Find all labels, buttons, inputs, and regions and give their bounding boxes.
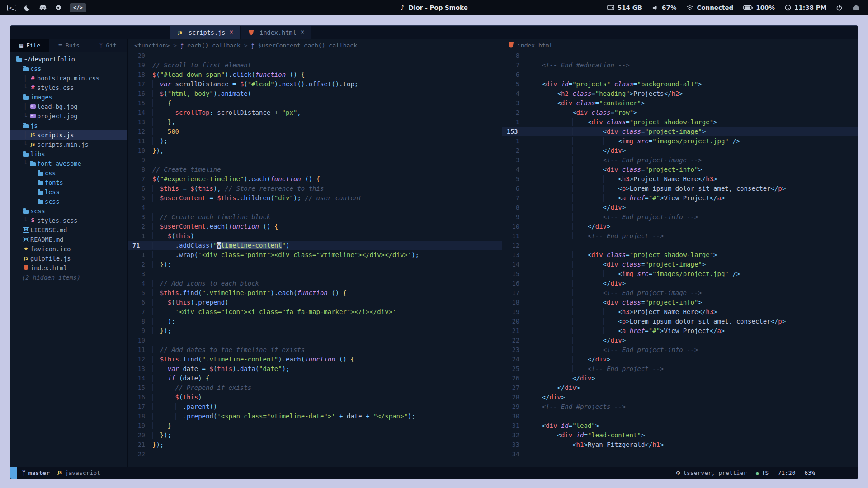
code-line[interactable]: 10}); [128,146,502,155]
explorer-tab-git[interactable]: Git [89,39,127,52]
code-line[interactable]: 15 <img src="images/project.jpg" /> [502,269,858,279]
tree-item-styles.scss[interactable]: └styles.scss [10,216,127,225]
code-line[interactable]: 24 </div> [502,355,858,364]
disc-icon[interactable] [55,5,61,11]
code-line[interactable]: 6 <p>Lorem ipsum dolor sit amet, consect… [502,184,858,193]
code-line[interactable]: 1 $(this) [128,231,502,241]
volume-status[interactable]: 67% [652,4,676,11]
tree-item-images[interactable]: images [10,92,127,102]
code-line[interactable]: 4 <div class="project-info"> [502,165,858,174]
code-line[interactable]: 3 <!-- End project-image --> [502,155,858,165]
code-line[interactable]: 1 <div class="project shadow-large"> [502,117,858,127]
code-line[interactable]: 26 </div> [502,374,858,383]
breadcrumb-item[interactable]: <function> [134,42,170,49]
code-line[interactable]: 21}); [128,440,502,450]
code-line[interactable]: 18 <div class="project-info"> [502,298,858,307]
code-line[interactable]: 3 <div class="container"> [502,99,858,108]
explorer-tab-file[interactable]: File [10,39,49,52]
tree-item-scss[interactable]: scss [10,197,127,206]
code-line[interactable]: 27 </div> [502,383,858,393]
power-icon[interactable] [836,5,842,11]
code-line[interactable]: 13 <div class="project shadow-large"> [502,250,858,260]
breadcrumb-item[interactable]: each() callback [187,42,240,49]
disk-status[interactable]: 514 GB [607,4,642,11]
workspace-code-icon[interactable] [70,3,86,12]
code-line[interactable]: 3 // Create each timeline block [128,212,502,222]
code-line[interactable]: 5 $userContent = $this.children("div"); … [128,193,502,203]
code-line[interactable]: 30 [502,412,858,421]
tree-item-css[interactable]: css [10,168,127,178]
cloud-icon[interactable] [852,5,861,11]
tree-item-styles.css[interactable]: └styles.css [10,83,127,92]
close-icon[interactable] [301,29,305,36]
explorer-tab-bufs[interactable]: Bufs [49,39,88,52]
code-line[interactable]: 6 [502,70,858,80]
code-line[interactable]: 7 <!-- End #education --> [502,61,858,70]
clock-status[interactable]: 11:38 PM [785,4,826,11]
tree-item-LICENSE.md[interactable]: LICENSE.md [10,225,127,235]
code-line[interactable]: 1 <img src="images/project.jpg" /> [502,136,858,146]
code-line[interactable]: 13 var date = $(this).data("date"); [128,364,502,374]
code-line[interactable]: 15 { [128,99,502,108]
close-icon[interactable] [229,29,233,36]
moon-icon[interactable] [24,5,31,11]
code-line[interactable]: 16 $("html, body").animate( [128,89,502,99]
tree-item-font-awesome[interactable]: └font-awesome [10,159,127,168]
code-line[interactable]: 23 <!-- End project-info --> [502,345,858,355]
code-line[interactable]: 71 .addClass("vtimeline-content") [128,241,502,250]
tree-item-scripts.js[interactable]: │scripts.js [10,130,127,140]
tree-item-README.md[interactable]: README.md [10,235,127,244]
code-line[interactable]: 17 var scrollDistance = $("#lead").next(… [128,80,502,89]
code-line[interactable]: 2 </div> [502,146,858,155]
tree-item-gulpfile.js[interactable]: gulpfile.js [10,253,127,263]
code-line[interactable]: 15 // Prepend if exists [128,383,502,393]
code-line[interactable]: 5 $this.find(".vtimeline-point").each(fu… [128,288,502,298]
code-line[interactable]: 21 <a href="#">View Project</a> [502,326,858,336]
code-line[interactable]: 12 [502,241,858,250]
code-line[interactable]: 2 }); [128,260,502,269]
code-line[interactable]: 11 ); [128,136,502,146]
code-line[interactable]: 10 </div> [502,222,858,231]
tree-item-fonts[interactable]: fonts [10,178,127,187]
code-line[interactable]: 29 <!-- End #projects --> [502,402,858,412]
code-line[interactable]: 28 </div> [502,393,858,402]
code-line[interactable]: 13 }, [128,117,502,127]
tab-index.html[interactable]: index.html [241,26,311,39]
code-line[interactable]: 2 $userContent.each(function () { [128,222,502,231]
breadcrumb-item[interactable]: $userContent.each() callback [258,42,357,49]
code-line[interactable]: 9 [128,155,502,165]
tree-item-favicon.ico[interactable]: favicon.ico [10,244,127,253]
tree-item-libs[interactable]: libs [10,149,127,159]
code-line[interactable]: 16 </div> [502,279,858,288]
code-line[interactable]: 14 <div class="project-image"> [502,260,858,269]
code-line[interactable]: 19 <h3>Project Name Here</h3> [502,307,858,317]
code-line[interactable]: 12 500 [128,127,502,136]
code-line[interactable]: 18 .prepend('<span class="vtimeline-date… [128,412,502,421]
code-line[interactable]: 4 [128,203,502,212]
code-line[interactable]: 9 <!-- End project-info --> [502,212,858,222]
code-line[interactable]: 20 [128,51,502,61]
battery-status[interactable]: 100% [743,4,775,11]
terminal-icon[interactable] [7,5,16,11]
code-line[interactable]: 4 // Add icons to each block [128,279,502,288]
code-line[interactable]: 2 <div class="row"> [502,108,858,117]
code-line[interactable]: 5 <h3>Project Name Here</h3> [502,174,858,184]
code-line[interactable]: 33 <h1>Ryan Fitzgerald</h1> [502,440,858,450]
tree-item-2hiddenitems[interactable]: (2 hidden items) [10,272,127,282]
code-line[interactable]: 31 <div id="lead"> [502,421,858,431]
code-line[interactable]: 8 [502,51,858,61]
code-line[interactable]: 20 <p>Lorem ipsum dolor sit amet, consec… [502,317,858,326]
code-line[interactable]: 34 [502,450,858,459]
tree-item-js[interactable]: js [10,121,127,130]
tree-item-scss[interactable]: scss [10,206,127,216]
code-line[interactable]: 22 [128,450,502,459]
discord-icon[interactable] [39,5,47,11]
code-line[interactable]: 3 [128,269,502,279]
code-line[interactable]: 12 $this.find(".vtimeline-content").each… [128,355,502,364]
tree-item-css[interactable]: css [10,64,127,73]
code-line[interactable]: 17 .parent() [128,402,502,412]
code-line[interactable]: 9 }); [128,326,502,336]
code-line[interactable]: 1 .wrap('<div class="point"><div class="… [128,250,502,260]
code-line[interactable]: 22 </div> [502,336,858,345]
code-line[interactable]: 8 ); [128,317,502,326]
